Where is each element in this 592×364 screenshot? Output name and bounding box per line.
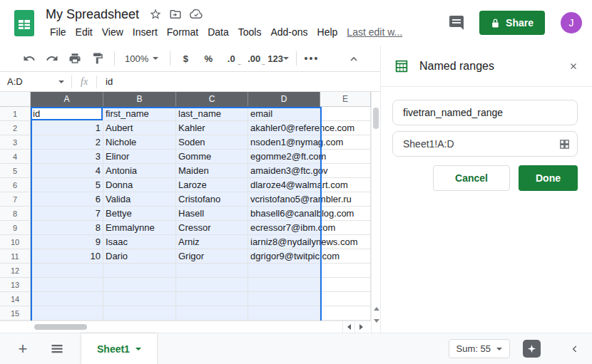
- select-all-corner[interactable]: [0, 92, 31, 107]
- sheets-logo-icon[interactable]: [14, 10, 34, 36]
- redo-button[interactable]: [43, 49, 61, 68]
- avatar[interactable]: J: [561, 12, 582, 33]
- column-header-D[interactable]: D: [248, 92, 320, 107]
- row-header-3[interactable]: 3: [0, 135, 31, 150]
- print-button[interactable]: [66, 49, 84, 68]
- scroll-right-button[interactable]: [354, 321, 367, 333]
- cell-A14[interactable]: [31, 292, 103, 306]
- row-header-1[interactable]: 1: [0, 107, 31, 121]
- menu-edit[interactable]: Edit: [71, 25, 97, 39]
- cell-B3[interactable]: Nichole: [103, 135, 176, 150]
- name-box[interactable]: A:D: [0, 72, 71, 91]
- cell-C7[interactable]: Cristofano: [176, 192, 248, 207]
- cell-B7[interactable]: Valida: [103, 192, 176, 207]
- explore-button[interactable]: [523, 340, 541, 358]
- decrease-decimal-button[interactable]: .0←: [222, 49, 240, 68]
- paint-format-button[interactable]: [88, 49, 107, 68]
- row-header-9[interactable]: 9: [0, 221, 31, 235]
- sum-dropdown[interactable]: Sum: 55: [449, 339, 510, 358]
- cell-D4[interactable]: egomme2@ft.com: [248, 150, 320, 164]
- vertical-scrollbar-thumb[interactable]: [373, 108, 379, 129]
- cell-B10[interactable]: Isaac: [103, 235, 176, 249]
- cell-B2[interactable]: Aubert: [103, 121, 176, 135]
- row-header-15[interactable]: 15: [0, 306, 31, 321]
- row-header-13[interactable]: 13: [0, 278, 31, 292]
- row-header-14[interactable]: 14: [0, 292, 31, 306]
- menu-insert[interactable]: Insert: [128, 25, 162, 39]
- cell-B12[interactable]: [103, 264, 176, 278]
- star-icon[interactable]: [149, 8, 162, 21]
- row-header-10[interactable]: 10: [0, 235, 31, 249]
- range-name-input[interactable]: [392, 100, 578, 125]
- format-percent-button[interactable]: %: [199, 49, 218, 68]
- cell-A5[interactable]: 4: [31, 164, 103, 178]
- cell-D7[interactable]: vcristofano5@rambler.ru: [248, 192, 320, 207]
- cloud-saved-icon[interactable]: [189, 8, 203, 21]
- column-header-B[interactable]: B: [103, 92, 176, 107]
- cell-A11[interactable]: 10: [31, 249, 103, 264]
- cell-A1[interactable]: id: [31, 107, 103, 121]
- cell-A2[interactable]: 1: [31, 121, 103, 135]
- row-header-8[interactable]: 8: [0, 207, 31, 221]
- menu-view[interactable]: View: [98, 25, 128, 39]
- cell-C5[interactable]: Maiden: [176, 164, 248, 178]
- cell-D5[interactable]: amaiden3@ftc.gov: [248, 164, 320, 178]
- collapse-panel-chevron-icon[interactable]: [569, 343, 581, 355]
- horizontal-scrollbar[interactable]: [0, 321, 371, 333]
- cell-D15[interactable]: [248, 306, 320, 321]
- cell-A15[interactable]: [31, 306, 103, 321]
- cell-A12[interactable]: [31, 264, 103, 278]
- cell-C13[interactable]: [176, 278, 248, 292]
- cell-A4[interactable]: 3: [31, 150, 103, 164]
- cell-C3[interactable]: Soden: [176, 135, 248, 150]
- close-icon[interactable]: [568, 61, 579, 72]
- cell-A10[interactable]: 9: [31, 235, 103, 249]
- cell-C12[interactable]: [176, 264, 248, 278]
- add-sheet-button[interactable]: +: [11, 338, 34, 360]
- row-header-2[interactable]: 2: [0, 121, 31, 135]
- cell-D14[interactable]: [248, 292, 320, 306]
- hide-menus-button[interactable]: [345, 50, 363, 68]
- cell-A7[interactable]: 6: [31, 192, 103, 207]
- cancel-button[interactable]: Cancel: [433, 165, 510, 191]
- column-header-E[interactable]: E: [320, 92, 371, 107]
- cell-C14[interactable]: [176, 292, 248, 306]
- cell-B4[interactable]: Elinor: [103, 150, 176, 164]
- row-header-12[interactable]: 12: [0, 264, 31, 278]
- cell-C15[interactable]: [176, 306, 248, 321]
- row-header-4[interactable]: 4: [0, 150, 31, 164]
- cell-B1[interactable]: first_name: [103, 107, 176, 121]
- column-header-A[interactable]: A: [31, 92, 103, 107]
- cell-D3[interactable]: nsoden1@nymag.com: [248, 135, 320, 150]
- cell-E13[interactable]: [320, 278, 371, 292]
- cell-C4[interactable]: Gomme: [176, 150, 248, 164]
- cell-D2[interactable]: akahler0@reference.com: [248, 121, 320, 135]
- cell-C10[interactable]: Arniz: [176, 235, 248, 249]
- cell-E14[interactable]: [320, 292, 371, 306]
- more-formats-button[interactable]: 123: [267, 49, 289, 68]
- cell-A9[interactable]: 8: [31, 221, 103, 235]
- format-currency-button[interactable]: $: [176, 49, 195, 68]
- cell-A13[interactable]: [31, 278, 103, 292]
- cell-C6[interactable]: Laroze: [176, 178, 248, 192]
- done-button[interactable]: Done: [519, 165, 578, 191]
- menu-format[interactable]: Format: [163, 25, 203, 39]
- cell-C9[interactable]: Cressor: [176, 221, 248, 235]
- row-header-7[interactable]: 7: [0, 192, 31, 207]
- cell-B13[interactable]: [103, 278, 176, 292]
- cell-E15[interactable]: [320, 306, 371, 321]
- cell-D6[interactable]: dlaroze4@walmart.com: [248, 178, 320, 192]
- increase-decimal-button[interactable]: .00→: [245, 49, 263, 68]
- select-data-range-icon[interactable]: [558, 138, 571, 150]
- cell-E1[interactable]: [320, 107, 371, 121]
- cell-B9[interactable]: Emmalynne: [103, 221, 176, 235]
- sheet-tab-sheet1[interactable]: Sheet1: [81, 333, 157, 364]
- vertical-scrollbar[interactable]: [371, 92, 380, 333]
- cell-E4[interactable]: [320, 150, 371, 164]
- cell-B15[interactable]: [103, 306, 176, 321]
- formula-input[interactable]: id: [97, 76, 380, 87]
- cell-B5[interactable]: Antonia: [103, 164, 176, 178]
- cell-D8[interactable]: bhasell6@canalblog.com: [248, 207, 320, 221]
- cell-A6[interactable]: 5: [31, 178, 103, 192]
- scroll-left-button[interactable]: [342, 321, 354, 333]
